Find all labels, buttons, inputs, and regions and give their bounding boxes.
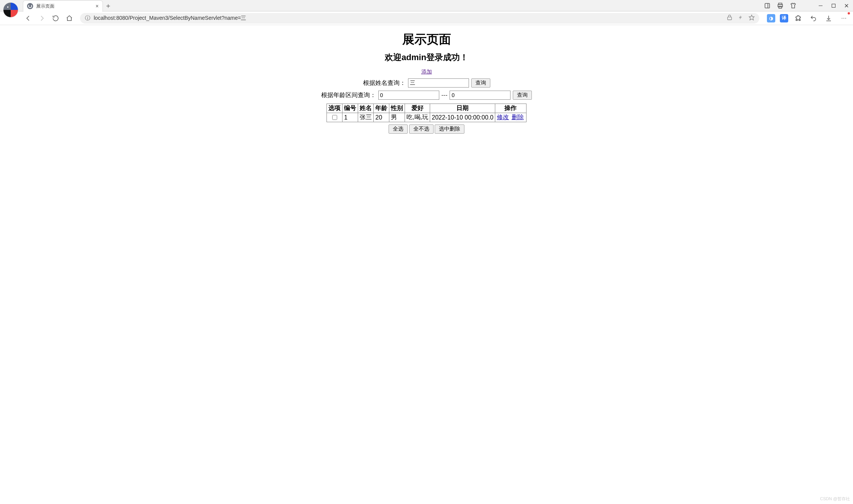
age-search-form: 根据年龄区间查询： --- 查询 [0,91,853,100]
nav-home-button[interactable] [64,13,75,24]
flash-icon[interactable] [738,14,743,22]
download-icon[interactable] [823,13,834,24]
cell-hobby: 吃,喝,玩 [405,113,430,122]
cell-age: 20 [374,113,389,122]
bookmark-star-icon[interactable] [749,14,755,22]
th-gender: 性别 [389,104,405,113]
shirt-icon[interactable] [790,2,797,9]
share-icon[interactable] [727,14,733,22]
nav-reload-button[interactable] [50,13,61,24]
cell-id: 1 [342,113,358,122]
svg-marker-10 [749,15,754,20]
extension-icon-1[interactable]: ◑ [767,14,775,22]
tab-title: 展示页面 [36,3,93,10]
select-all-button[interactable]: 全选 [389,124,408,134]
close-tab-icon[interactable]: × [96,3,99,9]
age-to-input[interactable] [450,91,511,100]
row-checkbox[interactable] [332,115,337,120]
panel-toggle-icon[interactable] [764,2,771,9]
name-search-form: 根据姓名查询： 查询 [0,78,853,88]
select-none-button[interactable]: 全不选 [409,124,434,134]
data-table: 选项 编号 姓名 年龄 性别 爱好 日期 操作 1 张三 [326,104,526,122]
nav-back-button[interactable] [23,13,34,24]
age-from-input[interactable] [378,91,439,100]
translate-icon[interactable]: 译 [780,14,788,22]
name-search-input[interactable] [408,78,469,88]
tab-favicon [27,3,33,9]
print-icon[interactable] [777,2,784,9]
svg-rect-0 [765,3,770,8]
th-age: 年龄 [374,104,389,113]
cell-name: 张三 [358,113,374,122]
delete-selected-button[interactable]: 选中删除 [435,124,464,134]
th-name: 姓名 [358,104,374,113]
th-id: 编号 [342,104,358,113]
extensions-icon[interactable] [793,13,803,24]
page-title: 展示页面 [0,31,853,48]
name-search-label: 根据姓名查询： [363,79,406,87]
age-search-button[interactable]: 查询 [513,91,532,100]
svg-rect-6 [832,4,835,8]
url-bar[interactable]: ⓘ localhost:8080/Project_Maven3/SelectBy… [80,13,759,24]
window-maximize-button[interactable] [827,0,840,11]
cell-gender: 男 [389,113,405,122]
name-search-button[interactable]: 查询 [471,78,490,88]
add-link[interactable]: 添加 [421,69,432,75]
th-date: 日期 [430,104,495,113]
delete-link[interactable]: 删除 [512,114,524,120]
window-minimize-button[interactable] [814,0,827,11]
age-range-separator: --- [442,92,448,99]
age-search-label: 根据年龄区间查询： [321,91,376,99]
nav-forward-button[interactable] [37,13,47,24]
browser-profile-avatar[interactable] [3,2,18,18]
welcome-message: 欢迎admin登录成功！ [0,52,853,63]
new-tab-button[interactable]: ＋ [103,0,114,11]
th-checkbox: 选项 [327,104,342,113]
edit-link[interactable]: 修改 [497,114,509,120]
th-ops: 操作 [495,104,526,113]
more-menu-button[interactable]: ⋯ [839,13,849,24]
notification-dot-icon [848,12,850,14]
svg-rect-9 [728,17,732,20]
undo-icon[interactable] [808,13,819,24]
url-text: localhost:8080/Project_Maven3/SelectByNa… [94,15,246,22]
site-info-icon[interactable]: ⓘ [85,15,91,21]
browser-tab[interactable]: 展示页面 × [23,0,103,12]
cell-date: 2022-10-10 00:00:00.0 [430,113,495,122]
table-row: 1 张三 20 男 吃,喝,玩 2022-10-10 00:00:00.0 修改… [327,113,526,122]
window-close-button[interactable] [840,0,853,11]
th-hobby: 爱好 [405,104,430,113]
